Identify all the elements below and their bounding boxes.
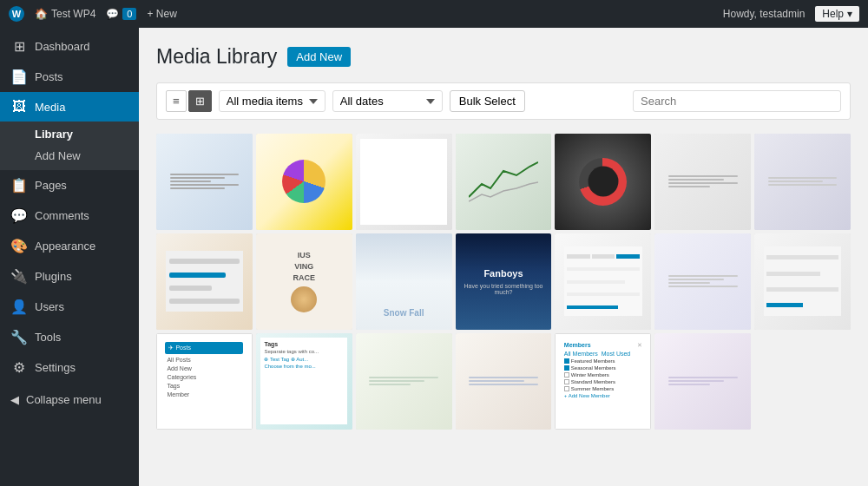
media-item[interactable]: Snow Fall bbox=[356, 233, 452, 330]
admin-bar: W 🏠 Test WP4 💬 0 + New Howdy, testadmin … bbox=[0, 0, 868, 28]
sidebar-item-label: Pages bbox=[35, 179, 67, 192]
media-item[interactable] bbox=[654, 233, 751, 330]
sidebar-item-tools[interactable]: 🔧 Tools bbox=[0, 322, 139, 352]
new-content-link[interactable]: + New bbox=[147, 8, 176, 20]
media-type-filter[interactable]: All media items Images Audio Video Docum… bbox=[219, 90, 326, 112]
media-grid: IUSVINGRACE Snow Fall Fanboys Have you t… bbox=[156, 134, 851, 430]
list-icon: ≡ bbox=[173, 95, 180, 108]
wp-logo[interactable]: W bbox=[9, 6, 24, 22]
sidebar-item-label: Appearance bbox=[35, 240, 95, 253]
sidebar-item-plugins[interactable]: 🔌 Plugins bbox=[0, 261, 139, 292]
sidebar-item-label: Users bbox=[35, 300, 64, 313]
media-item[interactable] bbox=[156, 233, 253, 330]
media-item[interactable]: ✈ Posts All Posts Add New Categories Tag… bbox=[156, 333, 253, 430]
media-item[interactable] bbox=[754, 233, 851, 330]
media-item[interactable] bbox=[555, 134, 651, 230]
comments-link[interactable]: 💬 0 bbox=[106, 8, 136, 20]
add-new-button[interactable]: Add New bbox=[287, 47, 351, 67]
site-name-link[interactable]: 🏠 Test WP4 bbox=[35, 8, 95, 20]
media-item[interactable] bbox=[156, 134, 253, 230]
house-icon: 🏠 bbox=[35, 8, 48, 20]
bulk-select-button[interactable]: Bulk Select bbox=[450, 90, 525, 112]
sidebar-item-dashboard[interactable]: ⊞ Dashboard bbox=[0, 31, 139, 62]
media-item[interactable] bbox=[456, 333, 552, 430]
howdy-text: Howdy, testadmin bbox=[723, 8, 805, 20]
collapse-label: Collapse menu bbox=[26, 393, 102, 406]
comment-count: 0 bbox=[122, 8, 136, 20]
sidebar: ⊞ Dashboard 📄 Posts 🖼 Media Library Add … bbox=[0, 28, 139, 486]
media-item[interactable] bbox=[654, 134, 751, 230]
sidebar-item-media[interactable]: 🖼 Media bbox=[0, 92, 139, 122]
media-item[interactable]: Members ✕ All Members Most Used Featured… bbox=[555, 333, 651, 430]
sidebar-item-label: Settings bbox=[35, 361, 76, 374]
content-area: Media Library Add New ≡ ⊞ All media item… bbox=[139, 28, 868, 486]
sidebar-sub-item-add-new[interactable]: Add New bbox=[0, 145, 139, 167]
collapse-menu-button[interactable]: ◀ Collapse menu bbox=[0, 386, 139, 413]
search-input[interactable] bbox=[633, 90, 841, 112]
plugins-icon: 🔌 bbox=[10, 268, 28, 285]
date-filter[interactable]: All dates January 2016 December 2015 bbox=[332, 90, 443, 112]
posts-icon: 📄 bbox=[10, 69, 28, 85]
comment-icon: 💬 bbox=[106, 8, 119, 20]
appearance-icon: 🎨 bbox=[10, 238, 28, 254]
sidebar-item-appearance[interactable]: 🎨 Appearance bbox=[0, 231, 139, 261]
site-name: Test WP4 bbox=[51, 8, 95, 20]
media-item[interactable] bbox=[356, 333, 452, 430]
media-item[interactable] bbox=[256, 134, 352, 230]
tools-icon: 🔧 bbox=[10, 329, 28, 345]
sidebar-item-label: Dashboard bbox=[35, 40, 90, 53]
view-toggle: ≡ ⊞ bbox=[166, 90, 212, 112]
media-toolbar: ≡ ⊞ All media items Images Audio Video D… bbox=[156, 82, 851, 120]
chevron-down-icon: ▾ bbox=[847, 8, 852, 20]
sidebar-item-label: Tools bbox=[35, 331, 61, 344]
sidebar-item-posts[interactable]: 📄 Posts bbox=[0, 62, 139, 92]
users-icon: 👤 bbox=[10, 299, 28, 315]
bulk-select-label: Bulk Select bbox=[459, 95, 516, 108]
comments-icon: 💬 bbox=[10, 207, 28, 224]
media-item[interactable] bbox=[754, 134, 851, 230]
collapse-icon: ◀ bbox=[10, 393, 19, 406]
media-icon: 🖼 bbox=[10, 99, 28, 115]
list-view-button[interactable]: ≡ bbox=[166, 90, 187, 112]
media-item[interactable]: IUSVINGRACE bbox=[256, 233, 352, 330]
page-header: Media Library Add New bbox=[156, 45, 851, 69]
page-title: Media Library bbox=[156, 45, 277, 69]
media-item[interactable] bbox=[555, 233, 651, 330]
help-button[interactable]: Help ▾ bbox=[815, 6, 859, 22]
sidebar-item-comments[interactable]: 💬 Comments bbox=[0, 200, 139, 231]
settings-icon: ⚙ bbox=[10, 359, 28, 376]
pages-icon: 📋 bbox=[10, 177, 28, 194]
help-label: Help bbox=[822, 8, 844, 20]
sidebar-sub-item-library[interactable]: Library bbox=[0, 123, 139, 145]
sidebar-item-users[interactable]: 👤 Users bbox=[0, 292, 139, 322]
media-item[interactable] bbox=[654, 333, 751, 430]
wp-logo-icon: W bbox=[9, 6, 24, 22]
media-item[interactable] bbox=[356, 134, 452, 230]
media-item[interactable]: Tags Separate tags with co... ⊕ Test Tag… bbox=[256, 333, 352, 430]
grid-view-button[interactable]: ⊞ bbox=[188, 90, 212, 112]
media-submenu: Library Add New bbox=[0, 122, 139, 170]
sidebar-item-pages[interactable]: 📋 Pages bbox=[0, 170, 139, 200]
sidebar-item-label: Comments bbox=[35, 209, 89, 222]
sidebar-item-label: Posts bbox=[35, 70, 63, 83]
search-box bbox=[633, 90, 841, 112]
sidebar-item-label: Plugins bbox=[35, 270, 72, 283]
media-item[interactable] bbox=[456, 134, 552, 230]
dashboard-icon: ⊞ bbox=[10, 38, 28, 55]
media-item[interactable]: Fanboys Have you tried something too muc… bbox=[456, 233, 552, 330]
sidebar-item-settings[interactable]: ⚙ Settings bbox=[0, 352, 139, 383]
grid-icon: ⊞ bbox=[195, 95, 205, 108]
sidebar-item-label: Media bbox=[35, 101, 65, 114]
new-label: + New bbox=[147, 8, 176, 20]
